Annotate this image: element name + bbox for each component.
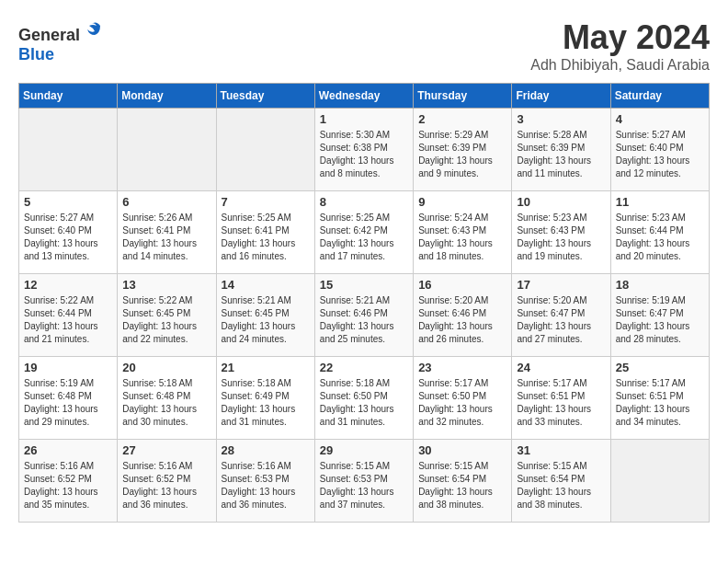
day-info: Sunrise: 5:18 AM Sunset: 6:49 PM Dayligh… [222, 377, 310, 429]
day-info: Sunrise: 5:16 AM Sunset: 6:53 PM Dayligh… [222, 460, 310, 511]
calendar-cell: 1Sunrise: 5:30 AM Sunset: 6:38 PM Daylig… [314, 109, 413, 191]
day-info: Sunrise: 5:22 AM Sunset: 6:44 PM Dayligh… [24, 294, 112, 346]
day-info: Sunrise: 5:23 AM Sunset: 6:44 PM Dayligh… [616, 212, 704, 263]
day-number: 15 [320, 278, 408, 292]
calendar-week-2: 5Sunrise: 5:27 AM Sunset: 6:40 PM Daylig… [19, 191, 710, 274]
calendar-cell: 15Sunrise: 5:21 AM Sunset: 6:46 PM Dayli… [314, 274, 413, 357]
day-number: 11 [616, 195, 704, 209]
day-info: Sunrise: 5:15 AM Sunset: 6:54 PM Dayligh… [418, 460, 506, 511]
day-info: Sunrise: 5:24 AM Sunset: 6:43 PM Dayligh… [418, 212, 506, 263]
calendar-cell: 16Sunrise: 5:20 AM Sunset: 6:46 PM Dayli… [414, 274, 512, 357]
calendar-cell: 29Sunrise: 5:15 AM Sunset: 6:53 PM Dayli… [314, 440, 413, 523]
calendar-cell: 9Sunrise: 5:24 AM Sunset: 6:43 PM Daylig… [414, 191, 512, 274]
day-number: 8 [320, 195, 408, 209]
day-number: 20 [122, 361, 210, 374]
calendar-cell: 18Sunrise: 5:19 AM Sunset: 6:47 PM Dayli… [610, 274, 709, 357]
calendar-cell: 7Sunrise: 5:25 AM Sunset: 6:41 PM Daylig… [216, 191, 314, 274]
logo-general: General [18, 26, 80, 44]
calendar-cell: 12Sunrise: 5:22 AM Sunset: 6:44 PM Dayli… [19, 274, 118, 357]
day-number: 24 [517, 361, 605, 374]
weekday-header-thursday: Thursday [414, 84, 512, 109]
calendar-cell: 24Sunrise: 5:17 AM Sunset: 6:51 PM Dayli… [512, 357, 610, 440]
day-number: 29 [320, 443, 408, 457]
day-number: 18 [616, 278, 704, 292]
calendar-cell: 11Sunrise: 5:23 AM Sunset: 6:44 PM Dayli… [610, 191, 709, 274]
day-number: 25 [616, 361, 704, 374]
calendar-cell: 28Sunrise: 5:16 AM Sunset: 6:53 PM Dayli… [216, 440, 314, 523]
day-number: 5 [24, 195, 112, 209]
calendar-cell: 26Sunrise: 5:16 AM Sunset: 6:52 PM Dayli… [19, 440, 118, 523]
calendar-cell: 20Sunrise: 5:18 AM Sunset: 6:48 PM Dayli… [118, 357, 216, 440]
calendar-cell: 23Sunrise: 5:17 AM Sunset: 6:50 PM Dayli… [414, 357, 512, 440]
day-number: 1 [320, 112, 408, 126]
calendar-cell: 2Sunrise: 5:29 AM Sunset: 6:39 PM Daylig… [414, 109, 512, 191]
day-info: Sunrise: 5:16 AM Sunset: 6:52 PM Dayligh… [24, 460, 112, 511]
day-info: Sunrise: 5:20 AM Sunset: 6:46 PM Dayligh… [418, 294, 506, 346]
calendar-cell: 22Sunrise: 5:18 AM Sunset: 6:50 PM Dayli… [314, 357, 413, 440]
day-info: Sunrise: 5:18 AM Sunset: 6:50 PM Dayligh… [320, 377, 408, 429]
calendar-cell [216, 109, 314, 191]
day-info: Sunrise: 5:17 AM Sunset: 6:50 PM Dayligh… [418, 377, 506, 429]
calendar-cell [610, 440, 709, 523]
day-info: Sunrise: 5:28 AM Sunset: 6:39 PM Dayligh… [517, 129, 605, 180]
calendar-cell: 14Sunrise: 5:21 AM Sunset: 6:45 PM Dayli… [216, 274, 314, 357]
calendar-cell: 19Sunrise: 5:19 AM Sunset: 6:48 PM Dayli… [19, 357, 118, 440]
day-number: 31 [517, 443, 605, 457]
calendar-cell: 4Sunrise: 5:27 AM Sunset: 6:40 PM Daylig… [610, 109, 709, 191]
calendar-cell: 17Sunrise: 5:20 AM Sunset: 6:47 PM Dayli… [512, 274, 610, 357]
day-info: Sunrise: 5:27 AM Sunset: 6:40 PM Dayligh… [616, 129, 704, 180]
day-number: 6 [122, 195, 210, 209]
location-title: Adh Dhibiyah, Saudi Arabia [530, 57, 710, 74]
day-info: Sunrise: 5:22 AM Sunset: 6:45 PM Dayligh… [122, 294, 210, 346]
calendar-table: SundayMondayTuesdayWednesdayThursdayFrid… [18, 83, 710, 523]
day-info: Sunrise: 5:25 AM Sunset: 6:42 PM Dayligh… [320, 212, 408, 263]
day-number: 21 [222, 361, 310, 374]
calendar-cell: 27Sunrise: 5:16 AM Sunset: 6:52 PM Dayli… [118, 440, 216, 523]
calendar-cell: 13Sunrise: 5:22 AM Sunset: 6:45 PM Dayli… [118, 274, 216, 357]
day-info: Sunrise: 5:19 AM Sunset: 6:48 PM Dayligh… [24, 377, 112, 429]
calendar-cell: 3Sunrise: 5:28 AM Sunset: 6:39 PM Daylig… [512, 109, 610, 191]
day-info: Sunrise: 5:27 AM Sunset: 6:40 PM Dayligh… [24, 212, 112, 263]
weekday-header-monday: Monday [118, 84, 216, 109]
day-number: 16 [418, 278, 506, 292]
calendar-week-3: 12Sunrise: 5:22 AM Sunset: 6:44 PM Dayli… [19, 274, 710, 357]
day-info: Sunrise: 5:16 AM Sunset: 6:52 PM Dayligh… [122, 460, 210, 511]
day-info: Sunrise: 5:19 AM Sunset: 6:47 PM Dayligh… [616, 294, 704, 346]
day-info: Sunrise: 5:23 AM Sunset: 6:43 PM Dayligh… [517, 212, 605, 263]
day-number: 27 [122, 443, 210, 457]
day-number: 10 [517, 195, 605, 209]
logo-bird-icon [82, 18, 104, 40]
month-title: May 2024 [530, 18, 710, 57]
logo: General Blue [18, 18, 104, 64]
weekday-header-tuesday: Tuesday [216, 84, 314, 109]
calendar-cell: 25Sunrise: 5:17 AM Sunset: 6:51 PM Dayli… [610, 357, 709, 440]
day-number: 30 [418, 443, 506, 457]
calendar-cell: 21Sunrise: 5:18 AM Sunset: 6:49 PM Dayli… [216, 357, 314, 440]
calendar-week-1: 1Sunrise: 5:30 AM Sunset: 6:38 PM Daylig… [19, 109, 710, 191]
day-number: 3 [517, 112, 605, 126]
day-number: 17 [517, 278, 605, 292]
weekday-row: SundayMondayTuesdayWednesdayThursdayFrid… [19, 84, 710, 109]
weekday-header-sunday: Sunday [19, 84, 118, 109]
calendar-week-5: 26Sunrise: 5:16 AM Sunset: 6:52 PM Dayli… [19, 440, 710, 523]
page-header: General Blue May 2024 Adh Dhibiyah, Saud… [18, 18, 710, 74]
day-number: 28 [222, 443, 310, 457]
day-number: 2 [418, 112, 506, 126]
calendar-cell: 8Sunrise: 5:25 AM Sunset: 6:42 PM Daylig… [314, 191, 413, 274]
day-info: Sunrise: 5:15 AM Sunset: 6:54 PM Dayligh… [517, 460, 605, 511]
day-info: Sunrise: 5:17 AM Sunset: 6:51 PM Dayligh… [616, 377, 704, 429]
day-info: Sunrise: 5:15 AM Sunset: 6:53 PM Dayligh… [320, 460, 408, 511]
calendar-cell: 6Sunrise: 5:26 AM Sunset: 6:41 PM Daylig… [118, 191, 216, 274]
day-info: Sunrise: 5:21 AM Sunset: 6:45 PM Dayligh… [222, 294, 310, 346]
day-info: Sunrise: 5:21 AM Sunset: 6:46 PM Dayligh… [320, 294, 408, 346]
day-number: 22 [320, 361, 408, 374]
day-number: 7 [222, 195, 310, 209]
day-number: 14 [222, 278, 310, 292]
day-number: 26 [24, 443, 112, 457]
calendar-cell [118, 109, 216, 191]
day-info: Sunrise: 5:18 AM Sunset: 6:48 PM Dayligh… [122, 377, 210, 429]
day-number: 9 [418, 195, 506, 209]
logo-blue: Blue [18, 45, 54, 63]
title-block: May 2024 Adh Dhibiyah, Saudi Arabia [530, 18, 710, 74]
calendar-cell: 30Sunrise: 5:15 AM Sunset: 6:54 PM Dayli… [414, 440, 512, 523]
